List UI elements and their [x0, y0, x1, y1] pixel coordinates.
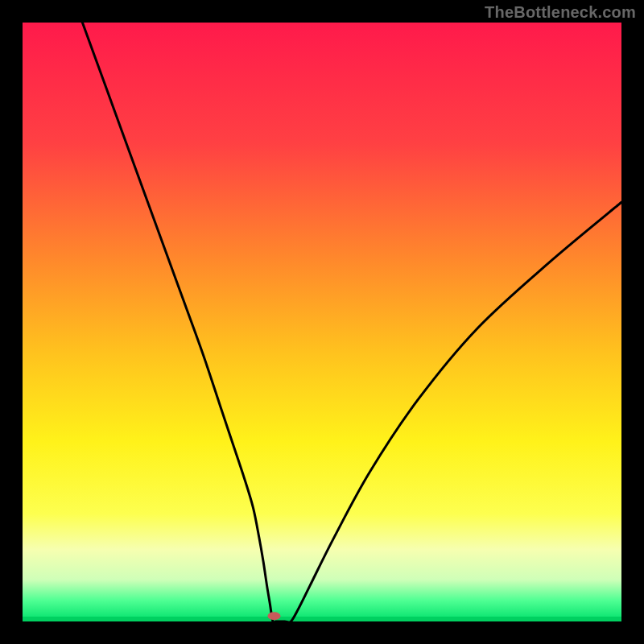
chart-container: TheBottleneck.com: [0, 0, 644, 644]
optimal-marker: [267, 612, 280, 620]
chart-background: [23, 23, 621, 621]
chart-svg: [23, 23, 621, 621]
watermark-label: TheBottleneck.com: [485, 3, 636, 22]
plot-area: [23, 23, 621, 621]
